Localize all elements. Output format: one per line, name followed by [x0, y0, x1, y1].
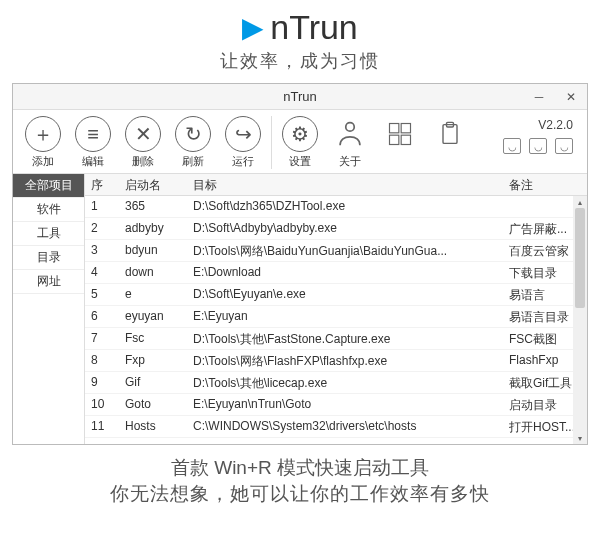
- main-window: nTrun ─ ✕ ＋ 添加 ≡ 编辑 ✕ 删除 ↻ 刷新 ↪: [12, 83, 588, 445]
- table-row[interactable]: 6eyuyanE:\Eyuyan易语言目录: [85, 306, 587, 328]
- minimize-button[interactable]: ─: [523, 84, 555, 109]
- cell-target: D:\Soft\dzh365\DZHTool.exe: [187, 196, 503, 217]
- cell-target: D:\Soft\Eyuyan\e.exe: [187, 284, 503, 305]
- sidebar-item-software[interactable]: 软件: [13, 198, 84, 222]
- add-label: 添加: [32, 154, 54, 169]
- cell-name: down: [119, 262, 187, 283]
- run-label: 运行: [232, 154, 254, 169]
- run-icon[interactable]: ↪: [225, 116, 261, 152]
- windows-icon[interactable]: [382, 116, 418, 152]
- sidebar-item-urls[interactable]: 网址: [13, 270, 84, 294]
- refresh-label: 刷新: [182, 154, 204, 169]
- table-row[interactable]: 5eD:\Soft\Eyuyan\e.exe易语言: [85, 284, 587, 306]
- cell-name: e: [119, 284, 187, 305]
- table-row[interactable]: 1365D:\Soft\dzh365\DZHTool.exe: [85, 196, 587, 218]
- table-header: 序 启动名 目标 备注: [85, 174, 587, 196]
- svg-rect-4: [401, 135, 410, 144]
- cell-name: Hosts: [119, 416, 187, 437]
- cell-name: adbyby: [119, 218, 187, 239]
- cell-target: C:\WINDOWS\System32\drivers\etc\hosts: [187, 416, 503, 437]
- svg-rect-1: [390, 124, 399, 133]
- cell-target: D:\Tools\网络\FlashFXP\flashfxp.exe: [187, 350, 503, 371]
- cell-name: 365: [119, 196, 187, 217]
- cell-target: D:\Soft\Adbyby\adbyby.exe: [187, 218, 503, 239]
- table-row[interactable]: 11HostsC:\WINDOWS\System32\drivers\etc\h…: [85, 416, 587, 438]
- edit-label: 编辑: [82, 154, 104, 169]
- svg-point-0: [346, 123, 355, 132]
- clipboard-icon[interactable]: [432, 116, 468, 152]
- col-note[interactable]: 备注: [503, 174, 587, 195]
- cell-index: 6: [85, 306, 119, 327]
- table-row[interactable]: 7FscD:\Tools\其他\FastStone.Capture.exeFSC…: [85, 328, 587, 350]
- settings-label: 设置: [289, 154, 311, 169]
- add-icon[interactable]: ＋: [25, 116, 61, 152]
- items-table: 序 启动名 目标 备注 1365D:\Soft\dzh365\DZHTool.e…: [85, 174, 587, 444]
- version-label: V2.2.0: [538, 116, 579, 132]
- cell-target: E:\Download: [187, 262, 503, 283]
- close-button[interactable]: ✕: [555, 84, 587, 109]
- cell-name: Gif: [119, 372, 187, 393]
- delete-label: 删除: [132, 154, 154, 169]
- titlebar: nTrun ─ ✕: [13, 84, 587, 110]
- cell-name: Fsc: [119, 328, 187, 349]
- hero-title: nTrun: [270, 8, 358, 47]
- about-label: 关于: [339, 154, 361, 169]
- sidebar-item-all[interactable]: 全部项目: [13, 174, 84, 198]
- footer-line-1: 首款 Win+R 模式快速启动工具: [0, 455, 600, 481]
- svg-rect-3: [390, 135, 399, 144]
- cell-index: 2: [85, 218, 119, 239]
- tray-icon-2[interactable]: ◡: [529, 138, 547, 154]
- cell-target: E:\Eyuyan: [187, 306, 503, 327]
- logo-arrow-icon: ▶: [242, 11, 264, 44]
- cell-target: D:\Tools\网络\BaiduYunGuanjia\BaiduYunGua.…: [187, 240, 503, 261]
- sidebar-item-folders[interactable]: 目录: [13, 246, 84, 270]
- cell-index: 3: [85, 240, 119, 261]
- cell-index: 5: [85, 284, 119, 305]
- col-index[interactable]: 序: [85, 174, 119, 195]
- scroll-down-icon[interactable]: ▾: [573, 432, 587, 444]
- delete-icon[interactable]: ✕: [125, 116, 161, 152]
- table-row[interactable]: 4downE:\Download下载目录: [85, 262, 587, 284]
- cell-index: 7: [85, 328, 119, 349]
- cell-name: Goto: [119, 394, 187, 415]
- table-row[interactable]: 10GotoE:\Eyuyan\nTrun\Goto启动目录: [85, 394, 587, 416]
- cell-target: D:\Tools\其他\licecap.exe: [187, 372, 503, 393]
- table-row[interactable]: 9GifD:\Tools\其他\licecap.exe截取Gif工具: [85, 372, 587, 394]
- table-row[interactable]: 3bdyunD:\Tools\网络\BaiduYunGuanjia\BaiduY…: [85, 240, 587, 262]
- cell-index: 10: [85, 394, 119, 415]
- tray-icon-3[interactable]: ◡: [555, 138, 573, 154]
- col-target[interactable]: 目标: [187, 174, 503, 195]
- about-icon[interactable]: [332, 116, 368, 152]
- settings-icon[interactable]: ⚙: [282, 116, 318, 152]
- cell-index: 4: [85, 262, 119, 283]
- edit-icon[interactable]: ≡: [75, 116, 111, 152]
- tray-icon-1[interactable]: ◡: [503, 138, 521, 154]
- sidebar-item-tools[interactable]: 工具: [13, 222, 84, 246]
- window-title: nTrun: [13, 89, 587, 104]
- refresh-icon[interactable]: ↻: [175, 116, 211, 152]
- cell-index: 8: [85, 350, 119, 371]
- hero-subtitle: 让效率，成为习惯: [0, 49, 600, 73]
- cell-index: 9: [85, 372, 119, 393]
- cell-name: eyuyan: [119, 306, 187, 327]
- table-row[interactable]: 8FxpD:\Tools\网络\FlashFXP\flashfxp.exeFla…: [85, 350, 587, 372]
- footer-line-2: 你无法想象，她可以让你的工作效率有多快: [0, 481, 600, 507]
- cell-name: bdyun: [119, 240, 187, 261]
- table-row[interactable]: 2adbybyD:\Soft\Adbyby\adbyby.exe广告屏蔽...: [85, 218, 587, 240]
- cell-target: D:\Tools\其他\FastStone.Capture.exe: [187, 328, 503, 349]
- scroll-thumb[interactable]: [575, 208, 585, 308]
- sidebar: 全部项目 软件 工具 目录 网址: [13, 174, 85, 444]
- col-name[interactable]: 启动名: [119, 174, 187, 195]
- cell-index: 11: [85, 416, 119, 437]
- svg-rect-2: [401, 124, 410, 133]
- cell-index: 1: [85, 196, 119, 217]
- cell-name: Fxp: [119, 350, 187, 371]
- scrollbar[interactable]: ▴ ▾: [573, 196, 587, 444]
- cell-target: E:\Eyuyan\nTrun\Goto: [187, 394, 503, 415]
- scroll-up-icon[interactable]: ▴: [573, 196, 587, 208]
- toolbar: ＋ 添加 ≡ 编辑 ✕ 删除 ↻ 刷新 ↪ 运行 ⚙: [13, 110, 587, 174]
